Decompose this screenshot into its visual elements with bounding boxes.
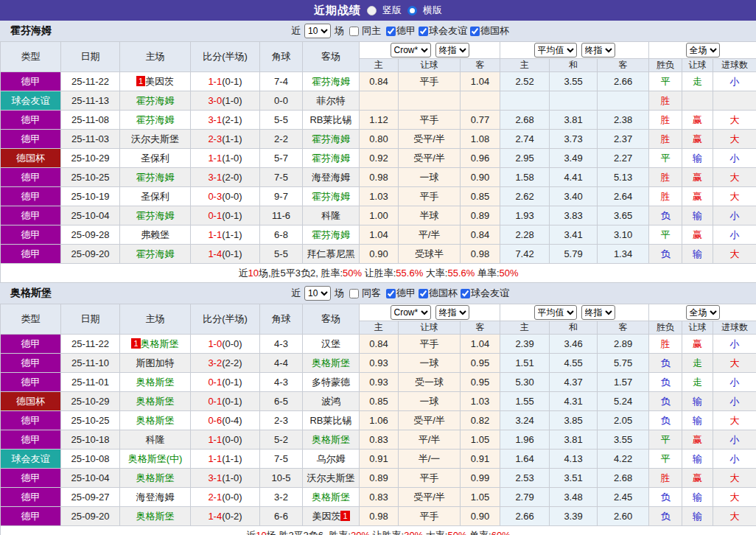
games-label: 场 <box>335 24 344 38</box>
odds-stage-select[interactable]: 终指 <box>435 43 469 57</box>
team-link[interactable]: 奥格斯堡 <box>136 415 175 426</box>
date-cell: 25-10-25 <box>61 411 120 430</box>
away-team-cell: 菲尔特 <box>303 91 360 111</box>
league-checkbox[interactable] <box>419 289 428 298</box>
avg-away-cell: 2.05 <box>598 411 649 430</box>
average-stage-select[interactable]: 终指 <box>581 43 615 57</box>
match-row: 德甲25-10-04霍芬海姆0-1(0-1)11-6科隆1.00半球0.891.… <box>1 206 756 225</box>
corner-cell: 6-6 <box>260 507 303 526</box>
match-count-select[interactable]: 10 <box>304 286 331 301</box>
avg-away-cell: 2.27 <box>598 149 649 168</box>
league-checkbox[interactable] <box>386 27 396 36</box>
handicap-cell: 半球 <box>399 206 461 225</box>
team-link[interactable]: 霍芬海姆 <box>136 172 175 183</box>
goals-result-cell: 小 <box>713 450 756 469</box>
league-checkbox[interactable] <box>386 289 396 298</box>
fulltime-score: 1-4 <box>208 248 222 259</box>
subcol-odds-home: 主 <box>360 321 399 335</box>
team-link[interactable]: 奥格斯堡 <box>312 434 350 445</box>
avg-away-cell: 5.13 <box>598 168 649 187</box>
odds-home-cell: 0.98 <box>360 507 399 526</box>
subcol-avg-draw: 和 <box>550 321 598 335</box>
avg-draw-cell: 3.41 <box>550 225 598 245</box>
league-checkbox[interactable] <box>470 27 480 36</box>
corner-cell: 4-3 <box>260 373 303 392</box>
odds-stage-select[interactable]: 终指 <box>435 305 469 320</box>
team-link[interactable]: 奥格斯堡(中) <box>128 453 183 464</box>
team-link[interactable]: 奥格斯堡 <box>136 472 175 483</box>
team-link[interactable]: 奥格斯堡 <box>136 396 175 407</box>
subcol-handicap-result: 让球 <box>682 321 713 335</box>
handicap-result-cell: 输 <box>682 411 713 430</box>
handicap-result-cell: 输 <box>682 450 713 469</box>
match-count-select[interactable]: 10 <box>304 24 331 38</box>
average-stage-select[interactable]: 终指 <box>581 305 615 320</box>
corner-cell: 11-6 <box>260 206 303 225</box>
team-link[interactable]: 奥格斯堡 <box>141 338 179 349</box>
team-link[interactable]: 奥格斯堡 <box>136 377 175 388</box>
subcol-odds-away: 客 <box>461 59 500 72</box>
col-header-score: 比分(半场) <box>191 304 260 335</box>
avg-home-cell: 1.51 <box>500 354 550 373</box>
team-link[interactable]: 霍芬海姆 <box>136 114 175 125</box>
outcome-result-cell: 平 <box>649 149 682 168</box>
corner-cell: 6-5 <box>260 392 303 411</box>
league-checkbox[interactable] <box>419 27 428 36</box>
handicap-cell: 受平/半 <box>399 149 461 168</box>
odds-away-cell: 0.91 <box>461 450 500 469</box>
odds-source-select[interactable]: Crow* <box>391 43 431 57</box>
avg-away-cell: 3.65 <box>598 206 649 225</box>
summary-text: 近 <box>246 530 256 535</box>
odds-source-select[interactable]: Crow* <box>391 305 431 320</box>
odds-away-cell: 0.89 <box>461 206 500 225</box>
team-link[interactable]: 霍芬海姆 <box>136 210 175 221</box>
average-source-select[interactable]: 平均值 <box>534 305 577 320</box>
same-venue-checkbox[interactable] <box>349 27 359 36</box>
date-cell: 25-11-22 <box>61 72 120 91</box>
avg-away-cell: 2.38 <box>598 111 649 130</box>
outcome-result-cell: 胜 <box>649 91 682 111</box>
fulltime-score: 3-1 <box>208 114 222 125</box>
team-section: 奥格斯堡 近 10 场 同客 德甲德国杯球会友谊 类型 日期 <box>0 283 756 535</box>
fulltime-score: 3-0 <box>208 95 222 106</box>
horizontal-layout-radio[interactable] <box>407 6 417 15</box>
match-type-cell: 德甲 <box>1 187 61 206</box>
summary-stat-value: 60% <box>491 530 511 535</box>
match-type-cell: 球会友谊 <box>1 91 61 111</box>
handicap-cell: 一球 <box>399 354 461 373</box>
team-link[interactable]: 奥格斯堡 <box>136 511 175 522</box>
match-row: 德甲25-10-18科隆1-1(0-0)5-2奥格斯堡0.83平/半1.051.… <box>1 430 756 450</box>
average-source-select[interactable]: 平均值 <box>534 43 577 57</box>
vertical-layout-radio[interactable] <box>367 6 377 15</box>
col-header-date: 日期 <box>61 42 120 72</box>
team-link[interactable]: 霍芬海姆 <box>312 229 350 240</box>
team-link[interactable]: 霍芬海姆 <box>312 153 350 164</box>
match-scope-select[interactable]: 全场 <box>686 43 720 57</box>
team-link: 波鸿 <box>321 396 340 407</box>
col-header-away: 客场 <box>303 42 360 72</box>
avg-away-cell: 3.10 <box>598 225 649 245</box>
team-link: 圣保利 <box>141 191 169 202</box>
match-scope-select[interactable]: 全场 <box>686 305 720 320</box>
same-venue-checkbox[interactable] <box>349 289 359 298</box>
match-row: 德甲25-10-04奥格斯堡3-1(1-0)10-5沃尔夫斯堡0.89平手0.9… <box>1 469 756 488</box>
subcol-odds-home: 主 <box>360 59 399 72</box>
team-link[interactable]: 霍芬海姆 <box>312 191 350 202</box>
filter-controls: 近 10 场 同客 德甲德国杯球会友谊 <box>247 286 509 301</box>
team-link[interactable]: 霍芬海姆 <box>312 76 350 87</box>
odds-away-cell: 0.98 <box>461 245 500 264</box>
home-team-cell: 1美因茨 <box>120 72 191 91</box>
league-checkbox[interactable] <box>461 289 470 298</box>
matches-table: 类型 日期 主场 比分(半场) 角球 客场 Crow* 终指 平均值 <box>0 41 756 283</box>
subcol-handicap: 让球 <box>399 321 461 335</box>
avg-away-cell: 3.55 <box>598 430 649 450</box>
team-link[interactable]: 霍芬海姆 <box>136 248 175 259</box>
league-label: 球会友谊 <box>471 287 509 300</box>
team-link[interactable]: 奥格斯堡 <box>312 357 350 368</box>
team-link[interactable]: 霍芬海姆 <box>136 95 175 106</box>
odds-away-cell: 1.05 <box>461 488 500 507</box>
team-link[interactable]: 霍芬海姆 <box>312 133 350 144</box>
corner-cell: 2-3 <box>260 411 303 430</box>
away-team-cell: RB莱比锡 <box>303 111 360 130</box>
team-link[interactable]: 奥格斯堡 <box>312 492 350 503</box>
